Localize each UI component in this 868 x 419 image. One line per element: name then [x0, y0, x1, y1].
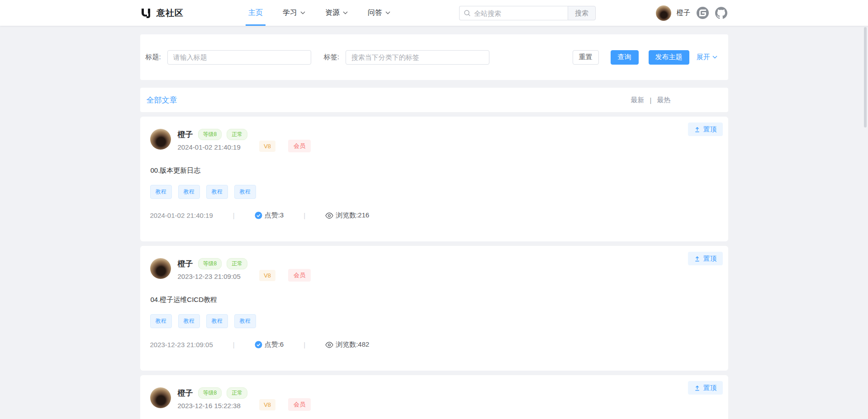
avatar[interactable]: [656, 5, 671, 21]
nav-item-home[interactable]: 主页: [248, 0, 263, 26]
post-tag[interactable]: 教程: [234, 185, 256, 199]
user-area: 橙子: [656, 0, 734, 26]
post-user-row: 橙子 等级8 正常 2023-12-16 15:22:38 V8 会员: [140, 375, 728, 411]
sort-hottest[interactable]: 最热: [657, 96, 671, 104]
post-datetime: 2023-12-16 15:22:38: [178, 402, 248, 410]
query-button[interactable]: 查询: [611, 50, 639, 65]
tag-row: 教程 教程 教程 教程: [150, 314, 728, 328]
post-author[interactable]: 橙子: [178, 388, 193, 398]
title-filter-input[interactable]: [167, 50, 311, 65]
member-badge: 会员: [288, 140, 311, 152]
post-title[interactable]: 04.橙子运维CICD教程: [151, 296, 728, 304]
post-author[interactable]: 橙子: [178, 259, 193, 269]
post-tag[interactable]: 教程: [234, 314, 256, 328]
nav-item-qa[interactable]: 问答: [368, 0, 390, 26]
filter-bar: 标题: 标签: 重置 查询 发布主题 展开: [140, 34, 728, 80]
eye-icon: [325, 342, 333, 348]
nav-home-label: 主页: [248, 8, 263, 18]
vip-badge: V8: [259, 399, 275, 410]
username[interactable]: 橙子: [677, 9, 690, 17]
post-tag[interactable]: 教程: [150, 314, 172, 328]
gitee-icon[interactable]: [697, 7, 709, 19]
brand[interactable]: 意社区: [140, 0, 184, 26]
chevron-down-icon: [385, 11, 390, 14]
site-title: 意社区: [157, 7, 184, 19]
pin-label: 置顶: [703, 125, 717, 134]
list-header: 全部文章 最新 | 最热: [140, 88, 728, 112]
avatar[interactable]: [150, 387, 171, 408]
stats-row: 2024-01-02 21:40:19 | 点赞:3 | 浏览数:216: [150, 211, 728, 220]
stat-divider: |: [304, 341, 305, 348]
eye-icon: [325, 212, 333, 219]
status-badge: 正常: [227, 387, 247, 399]
nav-item-learn[interactable]: 学习: [283, 0, 305, 26]
post-user-row: 橙子 等级8 正常 2024-01-02 21:40:19 V8 会员: [140, 117, 728, 152]
views-label: 浏览数:482: [336, 340, 369, 349]
post-tag[interactable]: 教程: [206, 185, 228, 199]
sort-newest[interactable]: 最新: [631, 96, 645, 104]
post-tag[interactable]: 教程: [178, 185, 200, 199]
pin-button[interactable]: 置顶: [688, 381, 723, 395]
tag-filter-input[interactable]: [346, 50, 489, 65]
likes-stat: 点赞:6: [255, 340, 284, 349]
pin-upload-icon: [694, 126, 701, 133]
views-label: 浏览数:216: [336, 211, 369, 220]
stats-row: 2023-12-23 21:09:05 | 点赞:6 | 浏览数:482: [150, 340, 728, 349]
global-search: 搜索: [459, 6, 596, 20]
pin-upload-icon: [694, 255, 701, 262]
pin-button[interactable]: 置顶: [688, 122, 723, 136]
vip-badge: V8: [259, 270, 275, 281]
level-badge: 等级8: [198, 387, 222, 399]
post-tag[interactable]: 教程: [178, 314, 200, 328]
likes-stat: 点赞:3: [255, 211, 284, 220]
chevron-down-icon: [343, 11, 348, 14]
all-articles-tab[interactable]: 全部文章: [147, 95, 177, 105]
scrollbar[interactable]: [864, 27, 867, 127]
tag-filter-label: 标签:: [324, 53, 339, 61]
post-title[interactable]: 00.版本更新日志: [151, 166, 728, 175]
pin-label: 置顶: [703, 384, 717, 392]
post-author[interactable]: 橙子: [178, 129, 193, 140]
publish-topic-button[interactable]: 发布主题: [649, 50, 689, 65]
tag-row: 教程 教程 教程 教程: [150, 185, 728, 199]
level-badge: 等级8: [198, 129, 222, 140]
post-card: 置顶 橙子 等级8 正常 2024-01-02 21:40:19 V8 会员 0…: [140, 117, 728, 241]
posted-at: 2023-12-23 21:09:05: [150, 341, 213, 348]
main-nav: 主页 学习 资源 问答: [248, 0, 390, 26]
stat-divider: |: [304, 212, 305, 219]
level-badge: 等级8: [198, 258, 222, 269]
nav-qa-label: 问答: [368, 8, 382, 18]
status-badge: 正常: [227, 258, 247, 269]
nav-item-resources[interactable]: 资源: [325, 0, 348, 26]
search-input[interactable]: [459, 6, 568, 20]
nav-resources-label: 资源: [325, 8, 340, 18]
site-logo-icon: [140, 7, 152, 19]
search-button[interactable]: 搜索: [568, 6, 596, 20]
github-icon[interactable]: [715, 7, 727, 19]
post-card: 置顶 橙子 等级8 正常 2023-12-16 15:22:38 V8 会员: [140, 375, 728, 419]
chevron-down-icon: [300, 11, 305, 14]
nav-learn-label: 学习: [283, 8, 297, 18]
stat-divider: |: [233, 341, 235, 348]
title-filter-label: 标题:: [146, 53, 161, 61]
expand-label: 展开: [697, 53, 710, 61]
expand-toggle[interactable]: 展开: [697, 53, 717, 61]
post-tag[interactable]: 教程: [206, 314, 228, 328]
member-badge: 会员: [288, 398, 311, 411]
stat-divider: |: [233, 212, 235, 219]
avatar[interactable]: [150, 129, 171, 150]
pin-button[interactable]: 置顶: [688, 252, 723, 265]
likes-label: 点赞:3: [265, 211, 284, 220]
status-badge: 正常: [227, 129, 247, 140]
post-tag[interactable]: 教程: [150, 185, 172, 199]
post-user-row: 橙子 等级8 正常 2023-12-23 21:09:05 V8 会员: [140, 246, 728, 282]
like-check-icon: [255, 341, 262, 348]
main-content: 标题: 标签: 重置 查询 发布主题 展开 全部文章 最新 | 最热 置顶: [140, 34, 728, 419]
top-navbar: 意社区 主页 学习 资源 问答 搜索 橙子: [0, 0, 868, 26]
avatar[interactable]: [150, 258, 171, 279]
post-datetime: 2024-01-02 21:40:19: [178, 143, 248, 151]
post-datetime: 2023-12-23 21:09:05: [178, 273, 248, 280]
vip-badge: V8: [259, 141, 275, 152]
pin-label: 置顶: [703, 254, 717, 263]
reset-button[interactable]: 重置: [573, 50, 599, 65]
